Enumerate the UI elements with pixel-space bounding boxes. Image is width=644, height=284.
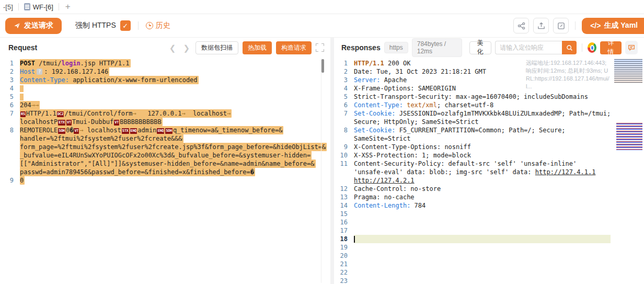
prev-request-button[interactable]: ❮ bbox=[168, 44, 178, 52]
code-token: Content-Security-Policy: default-src 'se… bbox=[354, 160, 577, 167]
request-scrollbar-thumb[interactable] bbox=[321, 59, 324, 73]
tab-active-wf6[interactable]: WF-[6] bbox=[19, 3, 59, 11]
text-cursor bbox=[354, 236, 355, 243]
minimap[interactable] bbox=[613, 58, 643, 284]
response-line[interactable]: Secure; HttpOnly; SameSite=Strict bbox=[334, 118, 611, 126]
code-token: → bbox=[132, 110, 136, 117]
comment-button[interactable] bbox=[625, 41, 638, 54]
force-https-checkbox[interactable]: ✓ bbox=[120, 20, 131, 31]
code-text: form_page=%2ftmui%2fsystem%2fuser%2fcrea… bbox=[20, 143, 330, 151]
toolbar: 发送请求 强制 HTTPS ✓ 历史 </> 生成 Yaml bbox=[0, 14, 644, 38]
response-line[interactable]: 7Set-Cookie: JSESSIONID=ozlafg1mTMVKXkbk… bbox=[334, 109, 611, 118]
document-icon bbox=[24, 3, 30, 10]
force-https-label: 强制 HTTPS bbox=[75, 21, 116, 30]
request-line[interactable]: localhostPETXVTTmui-DubbufVTBBBBBBBBBBB bbox=[0, 118, 330, 126]
code-token: : 192.168.127.146 bbox=[44, 68, 108, 75]
code-token: 204 bbox=[20, 101, 31, 109]
control-char-badge: STX bbox=[122, 128, 129, 134]
history-button[interactable]: 历史 bbox=[146, 21, 170, 30]
response-line[interactable]: 5Strict-Transport-Security: max-age=1607… bbox=[334, 93, 611, 101]
request-line[interactable]: handler=%2ftmui%2fsystem%2fuser%2fcreate… bbox=[0, 134, 330, 143]
response-line[interactable]: 11Content-Security-Policy: default-src '… bbox=[334, 160, 611, 168]
request-line[interactable]: 2Host?: 192.168.127.146 bbox=[0, 67, 330, 76]
code-text bbox=[354, 243, 611, 252]
details-button[interactable]: 详情 bbox=[600, 41, 622, 54]
response-line[interactable]: 20 bbox=[334, 252, 611, 260]
response-line[interactable]: http://127.4.2.1 bbox=[334, 176, 611, 185]
request-line[interactable]: 8REMOTEROLESOH0�VT→ localhostSTXENQadmin… bbox=[0, 126, 330, 134]
code-text: handler=%2ftmui%2fsystem%2fuser%2fcreate… bbox=[20, 134, 330, 143]
response-line[interactable]: 16 bbox=[334, 218, 611, 226]
generate-yaml-label: 生成 Yaml bbox=[604, 21, 638, 30]
code-text bbox=[354, 268, 611, 277]
response-line[interactable]: 19 bbox=[334, 243, 611, 252]
request-line[interactable]: 1POST /tmui/login.jsp HTTP/1.1 bbox=[0, 59, 330, 67]
search-input[interactable] bbox=[495, 41, 562, 54]
request-line[interactable]: 5 bbox=[0, 93, 330, 101]
generate-yaml-button[interactable]: </> 生成 Yaml bbox=[582, 18, 644, 34]
request-line[interactable]: _bufvalue=eIL4RUnSwXYoPUIOGcOFx2o00Xc%3d… bbox=[0, 151, 330, 160]
search-icon bbox=[566, 44, 573, 51]
request-line[interactable]: 7RSHTTP/1.1DC2/tmui/Control/form→ 127.0.… bbox=[0, 109, 330, 118]
code-token: 784 bbox=[410, 202, 426, 209]
response-line[interactable]: 6Content-Type: text/xml; charset=utf-8 bbox=[334, 101, 611, 109]
request-line[interactable]: [["Administrator","[All]"]]&systemuser-h… bbox=[0, 160, 330, 168]
toolbar-divider bbox=[138, 21, 139, 30]
control-char-badge: ETX bbox=[58, 120, 65, 126]
response-line[interactable]: 8Set-Cookie: F5_CURRENT_PARTITION=Common… bbox=[334, 126, 611, 134]
code-token: →→ bbox=[31, 101, 39, 109]
beautify-button[interactable]: 美化 bbox=[469, 41, 492, 54]
open-in-chrome-icon[interactable] bbox=[588, 42, 596, 53]
request-scrollbar-track[interactable] bbox=[321, 59, 324, 283]
line-number: 4 bbox=[0, 84, 20, 93]
construct-request-button[interactable]: 构造请求 bbox=[276, 41, 312, 54]
response-line[interactable]: 22 bbox=[334, 268, 611, 277]
request-line[interactable]: passwd=admin789456&passwd_before=&finish… bbox=[0, 168, 330, 176]
request-line[interactable]: 3Content-Type: application/x-www-form-ur… bbox=[0, 76, 330, 84]
response-line[interactable]: 12Cache-Control: no-store bbox=[334, 185, 611, 193]
response-line[interactable]: 15 bbox=[334, 210, 611, 218]
response-line[interactable]: 13Pragma: no-cache bbox=[334, 193, 611, 201]
response-line[interactable]: SameSite=Strict bbox=[334, 134, 611, 143]
code-token: http://127.4.2.1 bbox=[354, 177, 415, 184]
response-line[interactable]: 14Content-Length: 784 bbox=[334, 201, 611, 210]
code-text bbox=[354, 277, 611, 284]
line-number: 22 bbox=[334, 268, 354, 277]
packet-scan-button[interactable]: 数据包扫描 bbox=[196, 41, 238, 54]
code-token: SameSite=Strict bbox=[354, 135, 410, 142]
panel-splitter[interactable] bbox=[330, 38, 334, 284]
export-button[interactable] bbox=[533, 18, 549, 33]
line-number bbox=[0, 118, 20, 126]
request-line[interactable]: 90 bbox=[0, 176, 330, 185]
line-number: 10 bbox=[334, 151, 354, 160]
share-button[interactable] bbox=[513, 18, 529, 33]
request-editor[interactable]: 1POST /tmui/login.jsp HTTP/1.12Host?: 19… bbox=[0, 58, 330, 284]
response-line[interactable]: 21 bbox=[334, 260, 611, 268]
code-token: passwd=admin789456&passwd_before=&finish… bbox=[20, 168, 254, 176]
tab-previous[interactable]: -[5] bbox=[0, 3, 18, 11]
response-line[interactable]: 'unsafe-eval' data: blob:; img-src 'self… bbox=[334, 168, 611, 176]
request-line[interactable]: form_page=%2ftmui%2fsystem%2fuser%2fcrea… bbox=[0, 143, 330, 151]
line-number bbox=[334, 118, 354, 126]
next-request-button[interactable]: ❯ bbox=[181, 44, 191, 52]
code-token: Tmui-Dubbuf bbox=[72, 118, 113, 126]
search-button[interactable] bbox=[562, 41, 577, 54]
request-line[interactable]: 6204→→ bbox=[0, 101, 330, 109]
response-line[interactable]: 17 bbox=[334, 226, 611, 235]
response-line[interactable]: 23 bbox=[334, 277, 611, 284]
response-line[interactable]: 10X-XSS-Protection: 1; mode=block bbox=[334, 151, 611, 160]
hot-reload-button[interactable]: 热加载 bbox=[243, 41, 272, 54]
send-request-button[interactable]: 发送请求 bbox=[5, 18, 62, 34]
code-text: REMOTEROLESOH0�VT→ localhostSTXENQadminE… bbox=[20, 126, 330, 134]
response-line[interactable]: 18 bbox=[334, 235, 611, 243]
edit-box-icon bbox=[557, 22, 565, 30]
new-tab-button[interactable]: + bbox=[59, 2, 77, 12]
response-editor[interactable]: 1HTTP/1.1 200 OK2Date: Tue, 31 Oct 2023 … bbox=[334, 58, 644, 284]
edit-import-button[interactable] bbox=[553, 18, 569, 33]
upload-icon bbox=[537, 22, 545, 30]
request-line[interactable]: 4 bbox=[0, 84, 330, 93]
line-number: 9 bbox=[0, 176, 20, 185]
response-line[interactable]: 9X-Content-Type-Options: nosniff bbox=[334, 143, 611, 151]
code-token: admin bbox=[137, 127, 156, 134]
fullscreen-icon[interactable] bbox=[316, 43, 324, 52]
